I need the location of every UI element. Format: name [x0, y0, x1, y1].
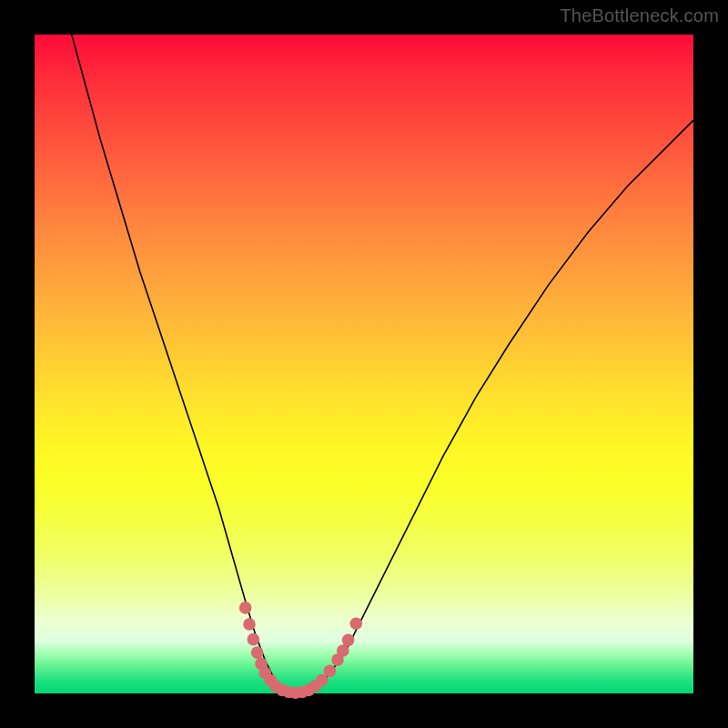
- highlight-dot: [239, 602, 252, 614]
- highlight-dot: [243, 618, 256, 631]
- highlight-dot: [251, 646, 264, 659]
- plot-area: [35, 35, 693, 693]
- highlight-dot: [248, 633, 260, 646]
- highlight-dot: [342, 634, 355, 647]
- highlight-dot: [350, 617, 363, 630]
- highlight-markers: [239, 602, 362, 699]
- watermark-text: TheBottleneck.com: [560, 5, 719, 26]
- highlight-dot: [324, 665, 337, 678]
- bottleneck-curve: [61, 0, 693, 693]
- chart-frame: TheBottleneck.com: [0, 0, 728, 728]
- curve-svg: [35, 35, 693, 693]
- highlight-dot: [337, 644, 349, 657]
